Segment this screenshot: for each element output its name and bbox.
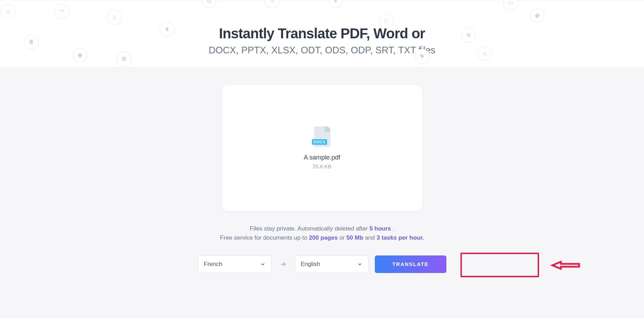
arrow-right-icon [278,260,288,268]
translate-button[interactable]: TRANSLATE [375,255,446,273]
info-line1-suffix: . [391,225,394,232]
puzzle-icon [73,48,87,63]
workspace: DOCX A sample.pdf 25.8 KB Files stay pri… [0,67,644,318]
info-line2-prefix: Free service for documents up to [220,234,309,241]
hero-section: Instantly Translate PDF, Word or DOCX, P… [0,0,644,67]
file-icon: DOCX [314,126,330,147]
quote-icon [54,4,69,19]
wave2-icon [1,4,15,19]
info-line2-mid2: and [363,234,377,241]
controls-row: French English TRANSLATE [198,255,446,273]
info-rate: 3 tasks per hour. [377,234,424,241]
file-name: A sample.pdf [304,154,340,161]
tag-icon [415,49,430,64]
add-square-icon [461,28,476,43]
to-language-value: English [301,261,320,268]
from-language-value: French [204,261,223,268]
merge-icon [107,10,122,25]
upload-card[interactable]: DOCX A sample.pdf 25.8 KB [222,85,422,211]
cloud-icon [503,0,518,10]
puzzle2-icon [530,8,545,23]
annotation-highlight-box [460,253,539,277]
file-type-badge: DOCX [312,139,327,145]
svg-point-3 [385,19,389,23]
info-retention: 5 hours [370,225,391,232]
info-line2-mid1: or [338,234,346,241]
circle-icon [379,14,394,28]
doc-delete-icon [160,22,174,37]
wave-icon [477,46,492,61]
from-language-select[interactable]: French [198,255,272,273]
info-size: 50 Mb [346,234,363,241]
to-language-select[interactable]: English [295,255,369,273]
grid-icon [202,0,217,8]
info-text: Files stay private. Automatically delete… [220,224,424,243]
bookmark-icon [24,35,39,50]
hatch-icon [265,0,280,8]
chevron-down-icon [260,261,266,267]
bookmark-small-icon [328,0,343,8]
info-pages: 200 pages [309,234,338,241]
page-subtitle: DOCX, PPTX, XLSX, ODT, ODS, ODP, SRT, TX… [208,45,435,56]
file-size: 25.8 KB [313,163,331,169]
annotation-arrow-icon [549,256,583,274]
info-line1-prefix: Files stay private. Automatically delete… [250,225,370,232]
plus-square-icon [117,51,131,66]
chevron-down-icon [357,261,363,267]
page-title: Instantly Translate PDF, Word or [219,26,425,41]
